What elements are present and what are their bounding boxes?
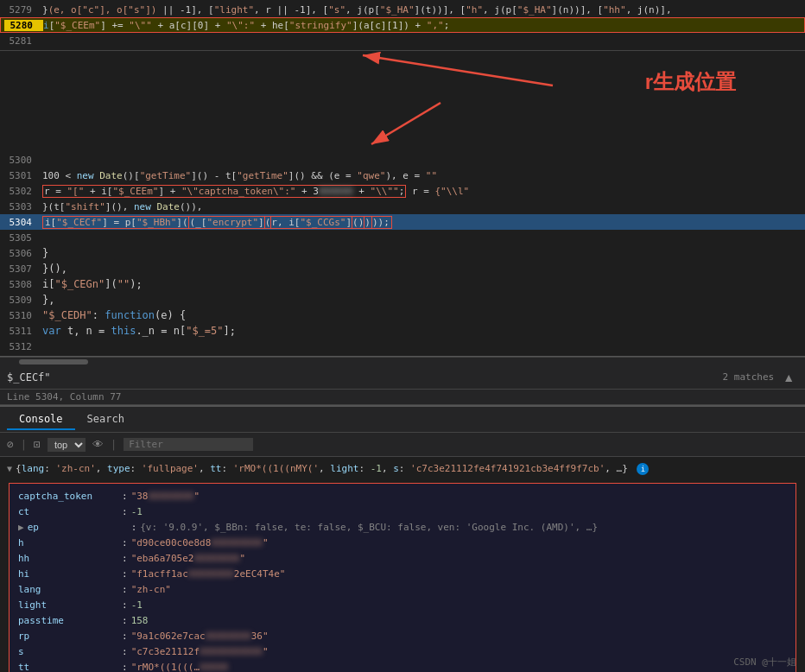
info-icon: i bbox=[637, 463, 649, 475]
val-rp: "9a1c062e7cacXXXXXXXX36" bbox=[131, 629, 269, 644]
kv-rp: rp : "9a1c062e7cacXXXXXXXX36" bbox=[18, 629, 787, 644]
status-line: Line 5304, Column 77 bbox=[0, 390, 805, 405]
code-line-5308: 5308 i["$_CEGn"](""); bbox=[0, 276, 805, 292]
console-main-text: {lang: 'zh-cn', type: 'fullpage', tt: 'r… bbox=[16, 462, 649, 476]
key-tt: tt bbox=[18, 660, 122, 672]
val-h: "d90ce00c0e8d8XXXXXXXXX" bbox=[131, 536, 269, 551]
key-ep: ep bbox=[28, 520, 131, 536]
code-line-5301: 5301 100 < new Date()["getTime"]() - t["… bbox=[0, 168, 805, 183]
kv-tt: tt : "rMO*((1(((…XXXXX bbox=[18, 660, 787, 672]
key-lang: lang bbox=[18, 582, 122, 598]
kv-hi: hi : "f1acff1acXXXXXXXX2eEC4T4e" bbox=[18, 567, 787, 582]
code-line-5303: 5303 }(t["shift"](), new Date()), bbox=[0, 199, 805, 214]
svg-line-2 bbox=[363, 55, 553, 86]
filter-input[interactable] bbox=[124, 438, 253, 451]
context-dropdown[interactable]: top bbox=[48, 438, 86, 452]
ep-expand-icon[interactable]: ▶ bbox=[18, 520, 24, 536]
expand-icon[interactable]: ▼ bbox=[7, 462, 12, 476]
annotation-area: r生成位置 bbox=[0, 51, 805, 150]
kv-ct: ct : -1 bbox=[18, 504, 787, 520]
key-passtime: passtime bbox=[18, 613, 122, 629]
devtools-toolbar: ⊘ | ⊡ top 👁 | bbox=[0, 433, 805, 457]
val-s: "c7c3e21112fXXXXXXXXXXX" bbox=[131, 644, 269, 660]
key-captcha-token: captcha_token bbox=[18, 489, 122, 504]
lower-code-editor: 5300 5301 100 < new Date()["getTime"]() … bbox=[0, 150, 805, 357]
code-line-5307: 5307 }(), bbox=[0, 261, 805, 276]
tab-search[interactable]: Search bbox=[75, 409, 136, 430]
code-line-5300: 5300 bbox=[0, 152, 805, 168]
code-line-5304: 5304 i["$_CECf"] = p["$_HBh"]((_["encryp… bbox=[0, 214, 805, 230]
val-lang: "zh-cn" bbox=[131, 582, 171, 598]
kv-lang: lang : "zh-cn" bbox=[18, 582, 787, 598]
search-matches: 2 matches bbox=[723, 371, 775, 383]
search-term-display: $_CECf" bbox=[7, 371, 51, 384]
csdn-watermark: CSDN @十一姐 bbox=[733, 656, 796, 669]
key-rp: rp bbox=[18, 629, 122, 644]
search-bar: $_CECf" 2 matches ▲ bbox=[0, 365, 805, 390]
console-main-line[interactable]: ▼ {lang: 'zh-cn', type: 'fullpage', tt: … bbox=[0, 460, 805, 478]
key-s: s bbox=[18, 644, 122, 660]
kv-ep: ▶ ep : {v: '9.0.9', $_BBn: false, te: fa… bbox=[18, 520, 787, 536]
code-line-5306: 5306 } bbox=[0, 245, 805, 261]
code-line-5309: 5309 }, bbox=[0, 292, 805, 307]
val-passtime: 158 bbox=[131, 613, 149, 629]
svg-line-3 bbox=[371, 103, 441, 144]
horizontal-scrollbar[interactable] bbox=[0, 357, 805, 365]
search-bar-right: 2 matches ▲ bbox=[723, 371, 798, 384]
code-line-5302: 5302 r = "[" + i["$_CEEm"] + "\"captcha_… bbox=[0, 183, 805, 199]
kv-captcha-token: captcha_token : "38XXXXXXXX" bbox=[18, 489, 787, 504]
search-up-button[interactable]: ▲ bbox=[779, 371, 798, 384]
code-line-5305: 5305 bbox=[0, 230, 805, 245]
code-line-5310: 5310 "$_CEDH": function(e) { bbox=[0, 307, 805, 323]
devtools-tabs: Console Search bbox=[0, 407, 805, 433]
code-line-5312: 5312 bbox=[0, 339, 805, 354]
search-bar-left: $_CECf" bbox=[7, 371, 51, 384]
kv-hh: hh : "eba6a705e2XXXXXXXX" bbox=[18, 551, 787, 567]
val-tt: "rMO*((1(((…XXXXX bbox=[131, 660, 229, 672]
devtools-panel: Console Search ⊘ | ⊡ top 👁 | ▼ {lang: bbox=[0, 405, 805, 672]
kv-s: s : "c7c3e21112fXXXXXXXXXXX" bbox=[18, 644, 787, 660]
kv-h: h : "d90ce00c0e8d8XXXXXXXXX" bbox=[18, 536, 787, 551]
kv-passtime: passtime : 158 bbox=[18, 613, 787, 629]
clear-console-icon[interactable]: ⊘ bbox=[7, 438, 14, 451]
scrollbar-thumb[interactable] bbox=[19, 359, 88, 365]
val-ct: -1 bbox=[131, 504, 143, 520]
status-text: Line 5304, Column 77 bbox=[7, 391, 121, 403]
kv-light: light : -1 bbox=[18, 598, 787, 613]
eye-icon[interactable]: 👁 bbox=[92, 438, 104, 451]
top-context-icon[interactable]: ⊡ bbox=[34, 438, 41, 451]
console-data-box: captcha_token : "38XXXXXXXX" ct : -1 ▶ e… bbox=[9, 483, 796, 672]
val-light: -1 bbox=[131, 598, 143, 613]
val-hh: "eba6a705e2XXXXXXXX" bbox=[131, 551, 245, 567]
code-line-5279: 5279 }(e, o["c"], o["s"]) || -1], ["ligh… bbox=[0, 2, 805, 17]
tab-console[interactable]: Console bbox=[7, 409, 75, 430]
val-ep: {v: '9.0.9', $_BBn: false, te: false, $_… bbox=[140, 520, 598, 536]
key-hh: hh bbox=[18, 551, 122, 567]
key-h: h bbox=[18, 536, 122, 551]
val-hi: "f1acff1acXXXXXXXX2eEC4T4e" bbox=[131, 567, 286, 582]
val-captcha-token: "38XXXXXXXX" bbox=[131, 489, 200, 504]
code-line-5281: 5281 bbox=[0, 33, 805, 48]
top-code-editor: 5279 }(e, o["c"], o["s"]) || -1], ["ligh… bbox=[0, 0, 805, 51]
key-hi: hi bbox=[18, 567, 122, 582]
console-output: ▼ {lang: 'zh-cn', type: 'fullpage', tt: … bbox=[0, 457, 805, 672]
code-line-5280: 5280 i["$_CEEm"] += "\"" + a[c][0] + "\"… bbox=[0, 17, 805, 33]
code-line-5311: 5311 var t, n = this._n = n["$_=5"]; bbox=[0, 323, 805, 339]
arrow-svg bbox=[0, 51, 805, 150]
key-ct: ct bbox=[18, 504, 122, 520]
key-light: light bbox=[18, 598, 122, 613]
annotation-label: r生成位置 bbox=[645, 68, 736, 96]
